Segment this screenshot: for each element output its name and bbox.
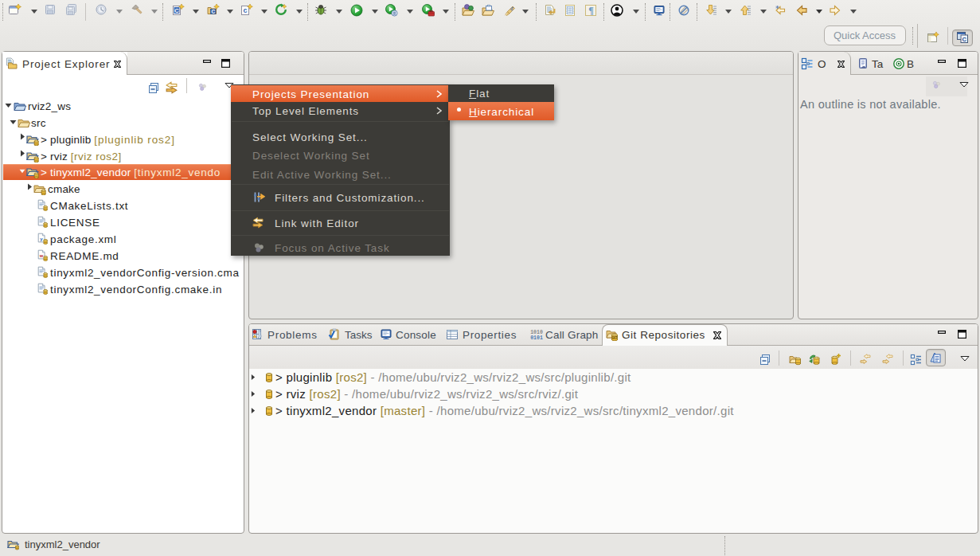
svg-text:w: w (39, 253, 44, 258)
svg-text:GIT: GIT (612, 335, 618, 339)
svg-text:¶: ¶ (588, 5, 593, 16)
svg-text:C: C (174, 7, 179, 14)
svg-text:c: c (243, 6, 247, 14)
svg-text:0101: 0101 (530, 335, 543, 341)
svg-text:y: y (40, 236, 43, 241)
svg-text:1010: 1010 (530, 330, 543, 335)
svg-text:C: C (962, 36, 966, 43)
svg-text:C: C (211, 9, 215, 14)
